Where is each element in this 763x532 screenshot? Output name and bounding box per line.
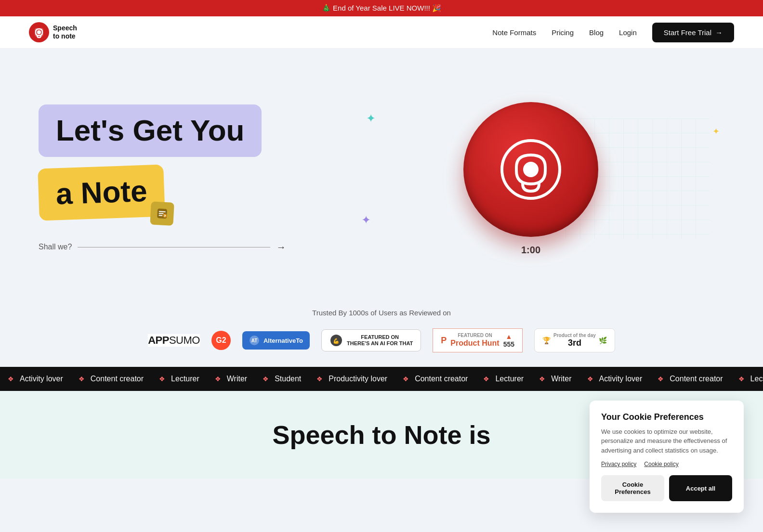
cookie-policy-link[interactable]: Cookie policy — [644, 461, 678, 467]
trusted-text: Trusted By 1000s of Users as Reviewed on — [19, 309, 744, 317]
producthunt-logo: P FEATURED ON Product Hunt ▲ 555 — [433, 328, 523, 352]
svg-text:💪: 💪 — [333, 337, 340, 344]
hero-left: Let's Get You a Note Shall we? → — [39, 104, 337, 252]
sparkle-gold-icon: ✦ — [712, 126, 720, 137]
hero-title-line2: a Note — [55, 174, 148, 210]
ticker-item: ❖ Lecturer — [475, 375, 531, 383]
ticker-item: ❖ Activity lover — [579, 375, 650, 383]
trusted-section: Trusted By 1000s of Users as Reviewed on… — [0, 299, 763, 367]
ticker-item: ❖ Student — [255, 375, 309, 383]
hero-sub: Shall we? → — [39, 242, 337, 253]
nav-links: Note Formats Pricing Blog Login Start Fr… — [492, 23, 734, 42]
ticker-bar: ❖ Activity lover ❖ Content creator ❖ Lec… — [0, 367, 763, 391]
logo-link[interactable]: Speech to note — [29, 22, 77, 42]
hero-arrow-icon: → — [276, 242, 286, 253]
ticker-item: ❖ Writer — [531, 375, 579, 383]
ticker-item: ❖ Lecturer — [151, 375, 207, 383]
hero-sub-text: Shall we? — [39, 243, 72, 251]
note-icon — [150, 201, 174, 225]
arrow-icon: → — [715, 28, 723, 37]
nav-pricing[interactable]: Pricing — [552, 28, 574, 37]
navbar: Speech to note Note Formats Pricing Blog… — [0, 16, 763, 49]
banner-text: 🎄 End of Year Sale LIVE NOW!!! 🎉 — [322, 4, 441, 12]
ai-icon: 💪 — [329, 334, 343, 347]
hero-circle[interactable] — [463, 102, 598, 237]
cookie-title: Your Cookie Preferences — [601, 412, 732, 422]
cookie-popup: Your Cookie Preferences We use cookies t… — [590, 401, 744, 479]
ticker-item: ❖ Writer — [207, 375, 255, 383]
privacy-policy-link[interactable]: Privacy policy — [601, 461, 636, 467]
ticker-item: ❖ Content creator — [650, 375, 730, 383]
sparkle-purple-icon: ✦ — [361, 213, 371, 227]
hero-title-line1: Let's Get You — [56, 114, 244, 147]
alternativeto-icon: AT — [249, 335, 260, 346]
cookie-preferences-button[interactable]: Cookie Preferences — [601, 475, 664, 479]
hero-timer: 1:00 — [521, 245, 540, 256]
svg-point-7 — [523, 162, 539, 177]
svg-point-2 — [37, 30, 41, 34]
svg-text:AT: AT — [251, 338, 258, 343]
ph-icon: P — [441, 336, 447, 346]
nav-login[interactable]: Login — [619, 28, 637, 37]
hero-section: Let's Get You a Note Shall we? → ✦ ✦ ✦ — [0, 49, 763, 299]
top-banner: 🎄 End of Year Sale LIVE NOW!!! 🎉 — [0, 0, 763, 16]
alternativeto-logo: AT AlternativeTo — [242, 331, 310, 350]
hero-right: ✦ ✦ ✦ 1:00 — [337, 102, 724, 256]
logo-text: Speech to note — [53, 24, 77, 40]
ticker-item: ❖ Content creator — [71, 375, 151, 383]
cookie-accept-button[interactable]: Accept all — [669, 475, 732, 479]
appsumo-text: APPSUMO — [148, 334, 200, 346]
start-free-trial-button[interactable]: Start Free Trial → — [652, 23, 734, 42]
ticker-inner: ❖ Activity lover ❖ Content creator ❖ Lec… — [0, 375, 763, 383]
nav-blog[interactable]: Blog — [589, 28, 604, 37]
theresanai-logo: 💪 FEATURED ON THERE'S AN AI FOR THAT — [321, 329, 421, 351]
ticker-item: ❖ Activity lover — [0, 375, 71, 383]
hero-title-box2: a Note — [38, 164, 165, 221]
logo-icon — [29, 22, 49, 42]
sparkle-teal-icon: ✦ — [366, 112, 376, 125]
ticker-item: ❖ Lecturer — [731, 375, 763, 383]
ticker-item: ❖ Productivity lover — [309, 375, 395, 383]
trusted-logos: APPSUMO G2 AT AlternativeTo 💪 FEATURED O… — [19, 328, 744, 352]
hero-title-box1: Let's Get You — [39, 104, 262, 156]
cookie-links: Privacy policy Cookie policy — [601, 461, 732, 467]
ticker-item: ❖ Content creator — [395, 375, 475, 383]
nav-note-formats[interactable]: Note Formats — [492, 28, 536, 37]
g2-logo: G2 — [211, 331, 231, 350]
cookie-buttons: Cookie Preferences Accept all — [601, 475, 732, 479]
potd-logo: 🏆 Product of the day 3rd 🌿 — [534, 328, 615, 352]
hero-sub-line — [78, 247, 270, 247]
cookie-description: We use cookies to optimize our website, … — [601, 427, 732, 455]
appsumo-logo: APPSUMO — [148, 334, 200, 347]
hero-logo-large — [495, 133, 567, 206]
